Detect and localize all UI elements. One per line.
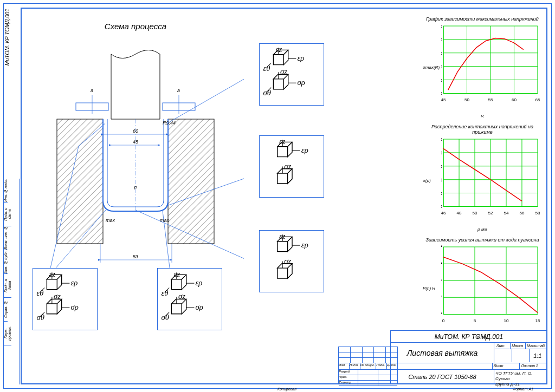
svg-text:σρ: σρ [298,78,305,87]
chart-1-title: График зависимости максимальных напряжен… [423,16,542,22]
svg-text:σρ: σρ [196,303,203,311]
svg-text:100: 100 [441,51,443,56]
svg-text:140: 140 [441,24,443,29]
stress-box-2: εzερ σz [259,135,324,198]
title-block: МиТОМ. КР ТОМД.001 Листовая вытяжка Лит.… [390,330,547,384]
svg-text:max: max [106,218,115,223]
section-mark-left: a [91,88,93,93]
svg-text:60: 60 [441,191,443,196]
svg-text:εz: εz [279,233,286,240]
svg-text:2×10⁴: 2×10⁴ [441,278,442,283]
svg-text:σz: σz [280,68,287,76]
svg-text:10: 10 [504,318,508,323]
footer-format: Формат А1 [513,387,533,391]
svg-text:ερ: ερ [196,278,203,287]
svg-text:55: 55 [488,97,493,102]
svg-text:120: 120 [441,37,443,42]
chart-1: График зависимости максимальных напряжен… [423,16,542,119]
footer-copied: Копировал [278,387,296,391]
stress-box-3: εzερ σz [259,230,324,292]
svg-text:48: 48 [457,211,462,215]
svg-text:50: 50 [473,211,477,215]
svg-text:εθ: εθ [162,289,169,297]
svg-text:50: 50 [464,97,469,102]
stress-box-5: εzερεθ σzσρσθ [157,268,222,330]
svg-text:σρ: σρ [71,303,79,311]
svg-text:40: 40 [441,91,443,96]
svg-text:σz: σz [178,292,185,301]
svg-text:54: 54 [504,211,508,215]
svg-text:53: 53 [133,254,138,259]
svg-text:5: 5 [474,318,476,323]
svg-text:46: 46 [441,211,446,215]
svg-text:εθ: εθ [37,289,44,297]
chart-2: Распределение контактных напряжений на п… [423,124,542,232]
svg-text:εz: εz [279,138,286,146]
svg-text:εz: εz [49,271,56,278]
svg-text:3×10⁴: 3×10⁴ [441,245,442,250]
material: Сталь 20 ГОСТ 1050-88 [391,370,494,384]
revision-table: ИзмЛист№ докум.Подп.Дата Разраб. Пров. Т… [338,347,398,384]
chart-3-title: Зависимость усилия вытяжки от хода пуанс… [423,237,542,243]
svg-text:σz: σz [284,257,291,265]
drawing-name: Листовая вытяжка [391,343,494,363]
svg-text:60: 60 [441,78,443,83]
svg-text:65: 65 [535,97,540,102]
svg-rect-1 [57,119,103,244]
svg-rect-2 [168,119,214,244]
svg-text:ερ: ερ [301,240,308,249]
svg-text:1.5×10⁴: 1.5×10⁴ [441,295,442,300]
svg-line-18 [167,70,244,123]
doc-id: МиТОМ. КР ТОМД.001 [391,331,547,342]
chart-3: Зависимость усилия вытяжки от хода пуанс… [423,237,542,339]
svg-text:σθ: σθ [37,313,44,322]
svg-text:120: 120 [441,151,443,155]
svg-text:140: 140 [441,137,443,142]
side-ruler: Инв. № подл.Подп. и датаВзам. инв. №Инв.… [4,179,20,384]
schematic-title: Схема процесса [27,22,244,31]
svg-text:52: 52 [488,211,493,215]
svg-text:σz: σz [54,292,61,301]
stress-box-1: εzερεθ σzσρσθ [259,43,324,106]
side-doc-id: МиТОМ. КР ТОМД.001 [4,9,10,66]
svg-text:ερ: ερ [71,278,78,287]
svg-text:ερ: ερ [298,54,305,62]
svg-text:56: 56 [519,211,524,215]
stress-box-4: εzερεθ σzσρσθ [33,268,98,330]
svg-text:σθ: σθ [162,313,169,322]
svg-text:58: 58 [535,211,540,215]
svg-text:εθ: εθ [263,64,270,73]
section-mark-right: a [177,88,180,93]
chart-2-title: Распределение контактных напряжений на п… [423,124,542,135]
process-schematic: Схема процесса a a 60 [27,22,244,303]
svg-text:σz: σz [284,162,291,171]
svg-text:σθ: σθ [263,88,271,97]
svg-text:80: 80 [441,178,443,182]
svg-text:60: 60 [512,97,517,102]
charts-column: График зависимости максимальных напряжен… [423,16,542,327]
svg-text:15: 15 [535,318,540,323]
radius-label: R9.44 [163,120,176,126]
svg-text:45: 45 [441,97,446,102]
svg-text:0: 0 [442,318,445,323]
svg-text:80: 80 [441,64,443,69]
svg-text:max: max [160,218,170,223]
svg-text:ερ: ερ [301,146,308,154]
svg-text:40: 40 [441,204,443,209]
svg-text:1×10⁴: 1×10⁴ [441,312,442,317]
svg-text:45: 45 [133,139,139,145]
svg-text:εz: εz [174,271,180,278]
svg-text:100: 100 [441,164,443,169]
svg-text:εz: εz [276,46,282,54]
svg-text:2.5×10⁴: 2.5×10⁴ [441,262,442,266]
